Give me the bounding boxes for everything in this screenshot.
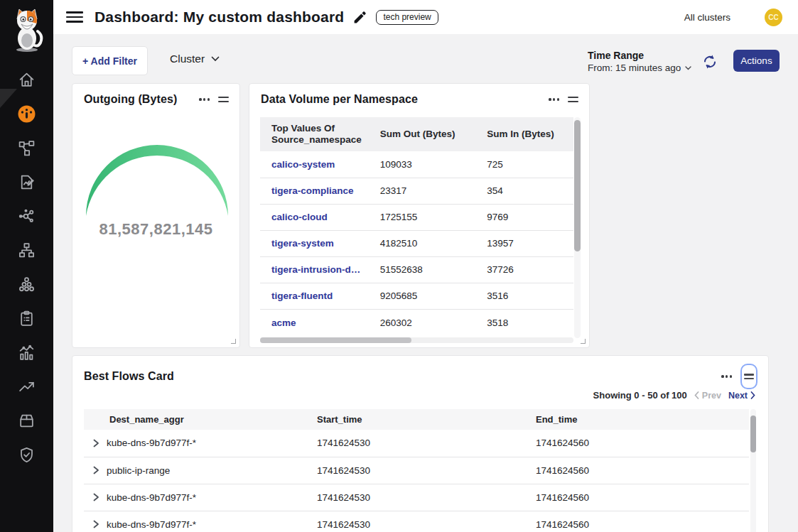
- cluster-filter-dropdown[interactable]: Cluster: [170, 53, 220, 65]
- sum-out-value: 23317: [369, 178, 476, 204]
- column-header[interactable]: Start_time: [310, 409, 529, 430]
- edit-dashboard-pencil-icon[interactable]: [352, 10, 367, 25]
- clipboard-icon[interactable]: [0, 301, 53, 335]
- start-time-value: 1741624530: [310, 511, 529, 532]
- dest-name: kube-dns-9b7d977f-*: [107, 492, 196, 503]
- sum-in-value: 3518: [475, 309, 573, 335]
- outgoing-bytes-card: Outgoing (Bytes) 81,587,821,145: [72, 83, 240, 348]
- dest-name: public-ip-range: [107, 465, 170, 476]
- chevron-left-icon: [694, 391, 699, 399]
- dest-name: kube-dns-9b7d977f-*: [107, 438, 196, 448]
- bar-chart-icon[interactable]: [0, 335, 53, 369]
- start-time-value: 1741624530: [310, 457, 529, 484]
- expand-row-chevron-icon[interactable]: [91, 492, 101, 502]
- sum-out-value: 109033: [369, 151, 476, 178]
- next-page-button[interactable]: Next: [728, 391, 755, 401]
- vertical-scrollbar[interactable]: [574, 117, 581, 338]
- card-drag-handle-icon-focused[interactable]: [740, 364, 757, 389]
- shield-check-icon[interactable]: [0, 438, 53, 472]
- chevron-down-icon: [685, 66, 691, 70]
- sidebar-nav: [0, 63, 53, 472]
- vertical-scrollbar[interactable]: [750, 409, 756, 532]
- add-filter-button[interactable]: + Add Filter: [72, 46, 148, 75]
- pagination: Showing 0 - 50 of 100 Prev Next: [593, 390, 755, 401]
- sum-out-value: 1725155: [369, 204, 476, 230]
- table-row: acme2603023518: [260, 309, 573, 335]
- table-row: calico-cloud17251559769: [260, 204, 573, 230]
- sum-out-value: 260302: [369, 309, 476, 335]
- time-range-label: Time Range: [588, 50, 691, 61]
- calico-cat-logo[interactable]: [9, 7, 45, 53]
- home-icon[interactable]: [0, 63, 53, 97]
- refresh-icon[interactable]: [701, 53, 718, 70]
- card-title: Best Flows Card: [84, 370, 174, 383]
- connections-icon[interactable]: [0, 199, 53, 233]
- end-time-value: 1741624560: [529, 430, 749, 457]
- chevron-down-icon: [211, 56, 220, 62]
- table-row: tigera-intrusion-d…5155263837726: [260, 256, 573, 283]
- table-row: kube-dns-9b7d977f-*17416245301741624560: [84, 484, 749, 511]
- sum-in-value: 354: [475, 178, 573, 204]
- namespace-link[interactable]: tigera-system: [271, 238, 334, 249]
- column-header[interactable]: Sum In (Bytes): [475, 117, 573, 151]
- column-header[interactable]: End_time: [529, 409, 749, 430]
- gauge-chart: [84, 145, 230, 217]
- actions-button[interactable]: Actions: [733, 50, 780, 72]
- card-title: Outgoing (Bytes): [84, 93, 177, 106]
- end-time-value: 1741624560: [529, 484, 749, 511]
- namespace-link[interactable]: acme: [271, 317, 296, 328]
- expand-row-chevron-icon[interactable]: [91, 465, 101, 475]
- page-title: Dashboard: My custom dashboard: [95, 9, 344, 26]
- end-time-value: 1741624560: [529, 511, 749, 532]
- expand-row-chevron-icon[interactable]: [91, 519, 101, 529]
- card-resize-handle[interactable]: [231, 339, 236, 344]
- column-header[interactable]: Top Values Of Source_namespace: [260, 117, 369, 151]
- end-time-value: 1741624560: [529, 457, 749, 484]
- column-header[interactable]: Sum Out (Bytes): [369, 117, 476, 151]
- table-row: public-ip-range17416245301741624560: [84, 457, 749, 484]
- namespace-link[interactable]: calico-cloud: [271, 212, 328, 222]
- service-graph-icon[interactable]: [0, 131, 53, 165]
- time-range-block: Time Range From: 15 minutes ago: [588, 50, 691, 73]
- expand-row-chevron-icon[interactable]: [91, 438, 101, 448]
- topbar: Dashboard: My custom dashboard tech prev…: [53, 0, 798, 34]
- namespace-table: Top Values Of Source_namespace Sum Out (…: [260, 117, 573, 335]
- dashboards-gauge-icon[interactable]: [0, 97, 53, 131]
- trending-arrow-icon[interactable]: [0, 369, 53, 403]
- card-menu-ellipsis-icon[interactable]: [721, 372, 732, 380]
- namespace-link[interactable]: tigera-intrusion-d…: [271, 264, 360, 275]
- sum-out-value: 51552638: [369, 256, 476, 283]
- table-row: tigera-system418251013957: [260, 230, 573, 256]
- horizontal-scrollbar[interactable]: [260, 337, 573, 343]
- avatar[interactable]: CC: [765, 9, 782, 26]
- column-header[interactable]: Dest_name_aggr: [84, 409, 310, 430]
- hamburger-menu-icon[interactable]: [66, 11, 83, 23]
- card-resize-handle[interactable]: [581, 339, 586, 344]
- table-row: tigera-compliance23317354: [260, 178, 573, 204]
- table-row: tigera-fluentd92056853516: [260, 283, 573, 309]
- cluster-filter-label: Cluster: [170, 53, 205, 65]
- namespace-link[interactable]: tigera-compliance: [271, 185, 354, 196]
- card-drag-handle-icon[interactable]: [218, 94, 229, 104]
- cluster-nodes-icon[interactable]: [0, 267, 53, 301]
- showing-count: Showing 0 - 50 of 100: [593, 390, 687, 401]
- chevron-right-icon: [750, 391, 755, 399]
- storage-box-icon[interactable]: [0, 403, 53, 438]
- cluster-scope-selector[interactable]: All clusters: [684, 12, 730, 23]
- namespace-link[interactable]: tigera-fluentd: [271, 291, 333, 301]
- card-menu-ellipsis-icon[interactable]: [549, 95, 559, 103]
- time-range-selector[interactable]: From: 15 minutes ago: [588, 63, 691, 73]
- table-row: calico-system109033725: [260, 151, 573, 178]
- sum-in-value: 37726: [475, 256, 573, 283]
- sum-in-value: 3516: [475, 283, 573, 309]
- tech-preview-badge: tech preview: [376, 10, 438, 25]
- namespace-link[interactable]: calico-system: [271, 159, 335, 170]
- sidebar: [0, 0, 53, 532]
- report-edit-icon[interactable]: [0, 165, 53, 199]
- card-menu-ellipsis-icon[interactable]: [199, 95, 210, 103]
- prev-page-button[interactable]: Prev: [694, 391, 721, 401]
- best-flows-card: Best Flows Card Showing 0 - 50 of 100 Pr…: [72, 355, 769, 532]
- sum-out-value: 9205685: [369, 283, 476, 309]
- card-drag-handle-icon[interactable]: [568, 94, 578, 104]
- hierarchy-icon[interactable]: [0, 233, 53, 267]
